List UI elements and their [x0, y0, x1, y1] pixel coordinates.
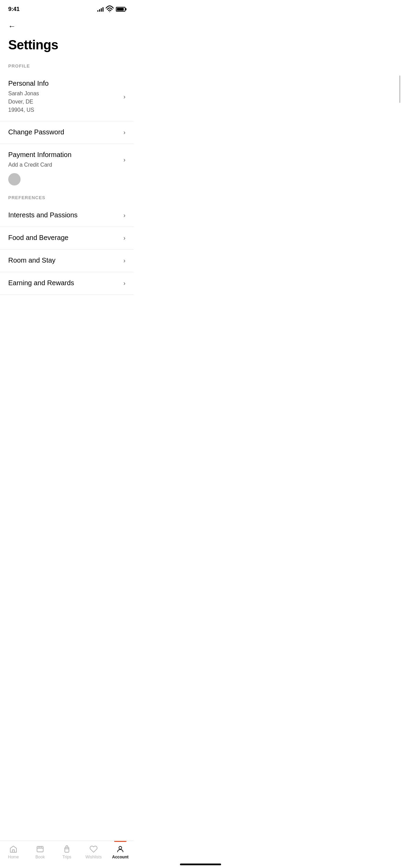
payment-row: Payment Information Add a Credit Card › — [8, 151, 125, 169]
room-stay-item[interactable]: Room and Stay › — [0, 250, 134, 272]
svg-point-0 — [109, 11, 110, 12]
profile-section-header: PROFILE — [0, 61, 134, 73]
status-time: 9:41 — [8, 6, 20, 13]
food-beverage-title: Food and Beverage — [8, 234, 119, 242]
back-arrow-icon: ← — [8, 22, 16, 31]
personal-info-chevron: › — [123, 93, 125, 100]
personal-info-subtitle: Sarah JonasDover, DE19904, US — [8, 89, 119, 114]
personal-info-title: Personal Info — [8, 80, 119, 87]
preferences-section-header: PREFERENCES — [0, 192, 134, 204]
page-title: Settings — [0, 34, 134, 61]
change-password-content: Change Password — [8, 128, 119, 137]
signal-icon — [97, 7, 104, 12]
personal-info-content: Personal Info Sarah JonasDover, DE19904,… — [8, 80, 119, 114]
credit-card-dot — [8, 173, 21, 185]
earning-rewards-content: Earning and Rewards — [8, 279, 119, 288]
status-bar: 9:41 — [0, 0, 134, 16]
room-stay-chevron: › — [123, 257, 125, 264]
room-stay-title: Room and Stay — [8, 256, 119, 264]
change-password-chevron: › — [123, 129, 125, 136]
food-beverage-content: Food and Beverage — [8, 234, 119, 242]
payment-title: Payment Information — [8, 151, 119, 159]
status-icons — [97, 5, 125, 13]
profile-section: PROFILE Personal Info Sarah JonasDover, … — [0, 61, 134, 192]
payment-information-item[interactable]: Payment Information Add a Credit Card › — [0, 144, 134, 192]
payment-subtitle: Add a Credit Card — [8, 161, 119, 169]
earning-rewards-title: Earning and Rewards — [8, 279, 119, 287]
interests-passions-content: Interests and Passions — [8, 211, 119, 220]
interests-passions-item[interactable]: Interests and Passions › — [0, 204, 134, 227]
payment-chevron: › — [123, 156, 125, 164]
preferences-section: PREFERENCES Interests and Passions › Foo… — [0, 192, 134, 295]
interests-passions-title: Interests and Passions — [8, 211, 119, 219]
food-beverage-chevron: › — [123, 234, 125, 242]
back-button[interactable]: ← — [0, 16, 134, 34]
food-beverage-item[interactable]: Food and Beverage › — [0, 227, 134, 250]
battery-icon — [116, 7, 125, 12]
change-password-item[interactable]: Change Password › — [0, 121, 134, 144]
earning-rewards-chevron: › — [123, 280, 125, 287]
payment-content: Payment Information Add a Credit Card — [8, 151, 119, 169]
wifi-icon — [106, 5, 114, 13]
personal-info-item[interactable]: Personal Info Sarah JonasDover, DE19904,… — [0, 73, 134, 121]
earning-rewards-item[interactable]: Earning and Rewards › — [0, 272, 134, 295]
change-password-title: Change Password — [8, 128, 119, 136]
room-stay-content: Room and Stay — [8, 256, 119, 265]
interests-passions-chevron: › — [123, 212, 125, 219]
